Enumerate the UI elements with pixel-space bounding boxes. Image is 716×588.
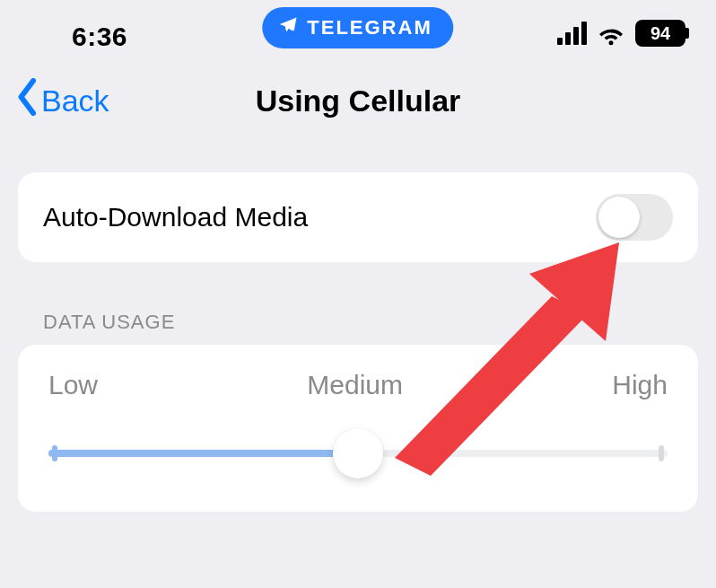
data-usage-section-header: DATA USAGE xyxy=(43,311,673,334)
cellular-signal-icon xyxy=(557,22,587,45)
back-label: Back xyxy=(41,83,109,118)
slider-label-medium: Medium xyxy=(307,370,403,400)
wifi-icon xyxy=(598,20,624,47)
data-usage-slider[interactable] xyxy=(48,431,668,476)
data-usage-card: Low Medium High xyxy=(18,345,698,512)
auto-download-label: Auto-Download Media xyxy=(43,202,308,233)
battery-percent: 94 xyxy=(635,20,685,47)
app-pill-label: TELEGRAM xyxy=(307,16,432,39)
slider-track-filled xyxy=(48,450,358,457)
slider-labels: Low Medium High xyxy=(48,370,668,400)
telegram-icon xyxy=(278,15,298,40)
slider-knob[interactable] xyxy=(333,428,383,478)
back-button[interactable]: Back xyxy=(14,78,109,123)
battery-indicator: 94 xyxy=(635,20,689,47)
nav-bar: Back Using Cellular xyxy=(0,65,716,136)
slider-tick-high xyxy=(659,445,664,461)
slider-label-high: High xyxy=(612,370,668,400)
auto-download-row[interactable]: Auto-Download Media xyxy=(43,194,673,241)
slider-label-low: Low xyxy=(48,370,98,400)
clock-time: 6:36 xyxy=(72,22,127,52)
auto-download-toggle[interactable] xyxy=(596,194,673,241)
auto-download-card: Auto-Download Media xyxy=(18,172,698,262)
slider-tick-low xyxy=(52,445,57,461)
status-right: 94 xyxy=(557,20,689,47)
switch-knob xyxy=(598,197,640,238)
page-title: Using Cellular xyxy=(256,83,461,118)
app-pill[interactable]: TELEGRAM xyxy=(262,7,453,48)
chevron-left-icon xyxy=(14,78,41,123)
status-bar: 6:36 TELEGRAM 94 xyxy=(0,0,716,65)
